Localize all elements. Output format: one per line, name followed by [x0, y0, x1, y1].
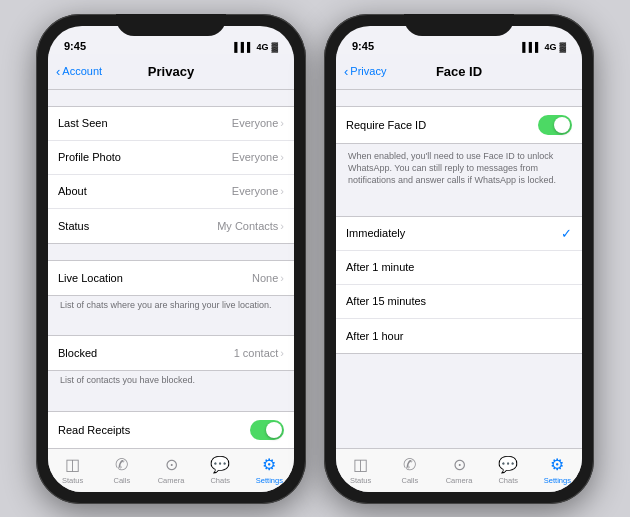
tab-camera[interactable]: ⊙ Camera	[146, 455, 195, 485]
phone-screen: 9:45 ▌▌▌ 4G ▓ ‹ Account Privacy Last See…	[48, 26, 294, 492]
list-item-immediately[interactable]: Immediately ✓	[336, 217, 582, 251]
face-id-toggle[interactable]	[538, 115, 572, 135]
settings-tab-label-2: Settings	[544, 476, 571, 485]
require-face-id-label: Require Face ID	[346, 119, 426, 131]
phone-face-id: 9:45 ▌▌▌ 4G ▓ ‹ Privacy Face ID Require …	[324, 14, 594, 504]
tab-chats-2[interactable]: 💬 Chats	[484, 455, 533, 485]
section-require-face-id: Require Face ID When enabled, you'll nee…	[336, 106, 582, 196]
15-minutes-label: After 15 minutes	[346, 295, 426, 307]
list-item-status[interactable]: Status My Contacts ›	[48, 209, 294, 243]
signal-icon-2: ▌▌▌	[522, 42, 541, 52]
list-item-1-hour[interactable]: After 1 hour	[336, 319, 582, 353]
list-item-read-receipts[interactable]: Read Receipts	[48, 412, 294, 448]
tab-status[interactable]: ◫ Status	[48, 455, 97, 485]
checkmark-icon: ✓	[561, 226, 572, 241]
profile-photo-label: Profile Photo	[58, 151, 121, 163]
tab-calls-2[interactable]: ✆ Calls	[385, 455, 434, 485]
notch	[404, 14, 514, 36]
camera-tab-label: Camera	[158, 476, 185, 485]
blocked-desc: List of contacts you have blocked.	[48, 371, 294, 395]
status-time-2: 9:45	[352, 40, 374, 52]
section-blocked: Blocked 1 contact › List of contacts you…	[48, 335, 294, 395]
chats-tab-label: Chats	[210, 476, 230, 485]
battery-icon: ▓	[271, 42, 278, 52]
tab-bar: ◫ Status ✆ Calls ⊙ Camera 💬 Chats ⚙ Sett…	[48, 448, 294, 492]
list-group-blocked: Blocked 1 contact ›	[48, 335, 294, 371]
immediately-label: Immediately	[346, 227, 405, 239]
list-item-require-face-id[interactable]: Require Face ID	[336, 107, 582, 143]
calls-tab-icon: ✆	[115, 455, 128, 474]
back-label: Account	[62, 65, 102, 77]
tab-settings[interactable]: ⚙ Settings	[245, 455, 294, 485]
camera-tab-icon-2: ⊙	[453, 455, 466, 474]
section-visibility: Last Seen Everyone › Profile Photo Every…	[48, 106, 294, 244]
list-group-read-receipts: Read Receipts	[48, 411, 294, 448]
chevron-right: ›	[280, 185, 284, 197]
live-location-desc: List of chats where you are sharing your…	[48, 296, 294, 320]
read-receipts-toggle[interactable]	[250, 420, 284, 440]
chevron-right: ›	[280, 151, 284, 163]
notch	[116, 14, 226, 36]
tab-status-2[interactable]: ◫ Status	[336, 455, 385, 485]
phone-privacy: 9:45 ▌▌▌ 4G ▓ ‹ Account Privacy Last See…	[36, 14, 306, 504]
calls-tab-label: Calls	[113, 476, 130, 485]
wifi-icon-2: 4G	[544, 42, 556, 52]
tab-camera-2[interactable]: ⊙ Camera	[434, 455, 483, 485]
tab-chats[interactable]: 💬 Chats	[196, 455, 245, 485]
chevron-right: ›	[280, 347, 284, 359]
list-item-blocked[interactable]: Blocked 1 contact ›	[48, 336, 294, 370]
back-button-2[interactable]: ‹ Privacy	[344, 64, 386, 79]
about-value: Everyone ›	[232, 185, 284, 197]
settings-tab-icon: ⚙	[262, 455, 276, 474]
settings-tab-label: Settings	[256, 476, 283, 485]
live-location-value: None ›	[252, 272, 284, 284]
tab-bar-2: ◫ Status ✆ Calls ⊙ Camera 💬 Chats ⚙ Sett…	[336, 448, 582, 492]
read-receipts-label: Read Receipts	[58, 424, 130, 436]
profile-photo-value: Everyone ›	[232, 151, 284, 163]
list-item-about[interactable]: About Everyone ›	[48, 175, 294, 209]
signal-icon: ▌▌▌	[234, 42, 253, 52]
1-hour-label: After 1 hour	[346, 330, 403, 342]
page-title: Privacy	[148, 64, 194, 79]
list-group-face-id: Require Face ID	[336, 106, 582, 144]
back-chevron: ‹	[56, 64, 60, 79]
nav-bar: ‹ Account Privacy	[48, 54, 294, 90]
chats-tab-icon: 💬	[210, 455, 230, 474]
last-seen-label: Last Seen	[58, 117, 108, 129]
list-item-1-minute[interactable]: After 1 minute	[336, 251, 582, 285]
section-read-receipts: Read Receipts If you turn off read recei…	[48, 411, 294, 448]
tab-calls[interactable]: ✆ Calls	[97, 455, 146, 485]
list-item-15-minutes[interactable]: After 15 minutes	[336, 285, 582, 319]
tab-settings-2[interactable]: ⚙ Settings	[533, 455, 582, 485]
1-minute-label: After 1 minute	[346, 261, 414, 273]
list-group-visibility: Last Seen Everyone › Profile Photo Every…	[48, 106, 294, 244]
status-time: 9:45	[64, 40, 86, 52]
list-item-live-location[interactable]: Live Location None ›	[48, 261, 294, 295]
status-icons: ▌▌▌ 4G ▓	[234, 42, 278, 52]
status-label: Status	[58, 220, 89, 232]
wifi-icon: 4G	[256, 42, 268, 52]
nav-bar-2: ‹ Privacy Face ID	[336, 54, 582, 90]
list-group-live-location: Live Location None ›	[48, 260, 294, 296]
blocked-value: 1 contact ›	[234, 347, 284, 359]
list-item-profile-photo[interactable]: Profile Photo Everyone ›	[48, 141, 294, 175]
battery-icon-2: ▓	[559, 42, 566, 52]
chats-tab-label-2: Chats	[498, 476, 518, 485]
list-group-time-options: Immediately ✓ After 1 minute After 15 mi…	[336, 216, 582, 354]
calls-tab-icon-2: ✆	[403, 455, 416, 474]
chevron-right: ›	[280, 117, 284, 129]
list-item-last-seen[interactable]: Last Seen Everyone ›	[48, 107, 294, 141]
settings-tab-icon-2: ⚙	[550, 455, 564, 474]
back-button[interactable]: ‹ Account	[56, 64, 102, 79]
chats-tab-icon-2: 💬	[498, 455, 518, 474]
status-value: My Contacts ›	[217, 220, 284, 232]
status-tab-label-2: Status	[350, 476, 371, 485]
face-id-description: When enabled, you'll need to use Face ID…	[336, 144, 582, 196]
chevron-right: ›	[280, 272, 284, 284]
blocked-label: Blocked	[58, 347, 97, 359]
content-area-2: Require Face ID When enabled, you'll nee…	[336, 90, 582, 448]
page-title-2: Face ID	[436, 64, 482, 79]
chevron-right: ›	[280, 220, 284, 232]
status-tab-icon: ◫	[65, 455, 80, 474]
last-seen-value: Everyone ›	[232, 117, 284, 129]
